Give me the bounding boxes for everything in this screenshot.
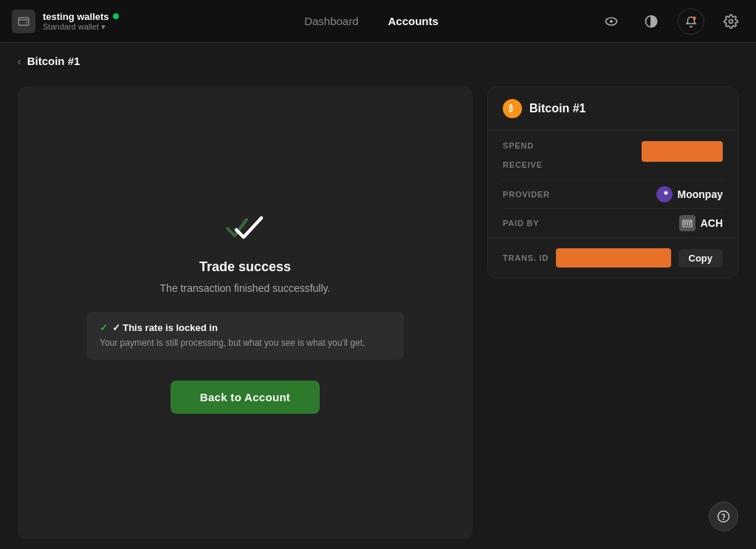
svg-point-15: [718, 511, 729, 522]
eye-icon[interactable]: [598, 8, 625, 35]
paid-by-row: PAID BY ACH: [503, 209, 723, 237]
svg-rect-13: [689, 222, 690, 225]
copy-button[interactable]: Copy: [678, 249, 724, 267]
provider-value: Moonpay: [656, 186, 723, 202]
wallet-text: testing wallets Standard wallet ▾: [43, 11, 119, 32]
topbar: testing wallets Standard wallet ▾ Dashbo…: [0, 0, 756, 43]
nav-accounts[interactable]: Accounts: [388, 15, 439, 27]
trans-id-label: TRANS. ID: [503, 253, 549, 262]
ach-label: ACH: [701, 217, 723, 229]
nav-icons: [598, 8, 744, 35]
success-icon-wrap: [226, 212, 264, 245]
spend-receive-value-block: [642, 141, 723, 162]
btc-icon: ₿: [503, 99, 522, 118]
trade-success-title: Trade success: [199, 259, 291, 275]
svg-rect-11: [684, 222, 686, 225]
provider-name: Moonpay: [678, 188, 723, 200]
trans-id-row: TRANS. ID Copy: [488, 237, 738, 278]
wallet-icon: [12, 10, 35, 33]
ach-icon: [679, 215, 695, 231]
right-card-title: Bitcoin #1: [529, 102, 585, 115]
back-chevron-icon[interactable]: ‹: [18, 55, 21, 67]
chevron-down-icon: ▾: [101, 22, 106, 32]
svg-rect-0: [18, 17, 29, 25]
main-content: Trade success The transaction finished s…: [0, 79, 756, 547]
bell-icon[interactable]: [678, 8, 704, 35]
left-card: Trade success The transaction finished s…: [18, 86, 472, 539]
paid-by-label: PAID BY: [503, 219, 539, 228]
spend-label: SPEND: [503, 141, 543, 150]
svg-point-9: [664, 191, 667, 195]
svg-point-16: [724, 519, 724, 519]
right-card-body: SPEND RECEIVE PROVIDER Moonpay: [488, 131, 738, 237]
wallet-name-text: testing wallets: [43, 11, 109, 22]
rate-locked-title: ✓ ✓ This rate is locked in: [100, 322, 391, 333]
breadcrumb-account-name: Bitcoin #1: [27, 55, 80, 67]
trans-id-value-block: [556, 248, 670, 267]
breadcrumb: ‹ Bitcoin #1: [0, 43, 756, 79]
svg-point-8: [659, 189, 670, 200]
nav-dashboard[interactable]: Dashboard: [304, 15, 358, 27]
rate-locked-desc: Your payment is still processing, but wh…: [100, 336, 391, 349]
receive-label: RECEIVE: [503, 160, 543, 169]
svg-point-3: [610, 19, 613, 22]
right-card: ₿ Bitcoin #1 SPEND RECEIVE PROVIDER: [487, 86, 738, 279]
wallet-info: testing wallets Standard wallet ▾: [12, 10, 145, 33]
rate-locked-box: ✓ ✓ This rate is locked in Your payment …: [86, 312, 404, 360]
nav-links: Dashboard Accounts: [145, 15, 598, 27]
svg-rect-14: [683, 222, 692, 222]
check-icon: ✓: [100, 322, 108, 333]
svg-rect-12: [687, 222, 688, 225]
svg-point-6: [729, 19, 733, 23]
settings-icon[interactable]: [718, 8, 744, 35]
wallet-name: testing wallets: [43, 11, 119, 22]
svg-text:₿: ₿: [509, 104, 513, 113]
back-to-account-button[interactable]: Back to Account: [171, 381, 320, 414]
double-checkmark-icon: [226, 212, 264, 242]
provider-label: PROVIDER: [503, 190, 550, 199]
help-button[interactable]: [709, 502, 738, 531]
contrast-icon[interactable]: [638, 8, 664, 35]
svg-point-5: [693, 16, 696, 20]
moonpay-icon: [656, 186, 673, 202]
svg-point-1: [26, 21, 27, 23]
right-card-header: ₿ Bitcoin #1: [488, 87, 738, 131]
trade-success-subtitle: The transaction finished successfully.: [160, 282, 331, 294]
status-dot: [113, 13, 119, 19]
provider-row: PROVIDER Moonpay: [503, 180, 723, 209]
wallet-type: Standard wallet ▾: [43, 22, 119, 32]
paid-by-value: ACH: [679, 215, 723, 231]
